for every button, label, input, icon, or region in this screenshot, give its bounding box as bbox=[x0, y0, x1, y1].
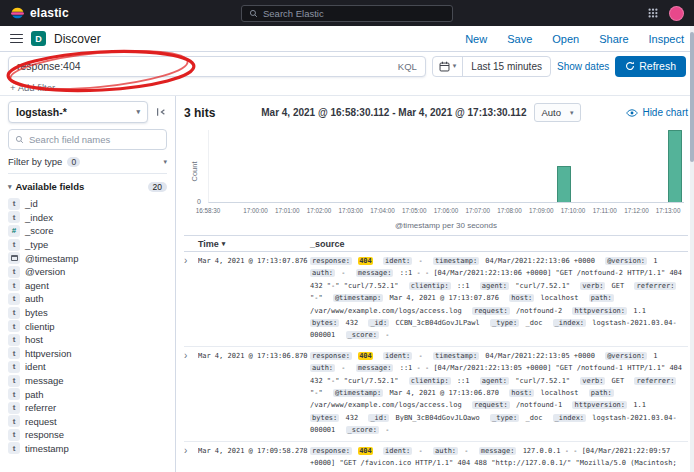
y-axis-tick: 0 bbox=[197, 198, 201, 205]
x-tick-label: 17:10:00 bbox=[561, 207, 586, 214]
scrollbar[interactable] bbox=[690, 26, 694, 472]
nav-link-save[interactable]: Save bbox=[507, 33, 532, 45]
field-item-_index[interactable]: t_index bbox=[8, 211, 167, 225]
available-fields-header[interactable]: ▾ Available fields 20 bbox=[8, 181, 167, 192]
field-key: request: bbox=[472, 307, 510, 315]
nav-link-new[interactable]: New bbox=[465, 33, 487, 45]
refresh-button[interactable]: Refresh bbox=[615, 56, 686, 77]
query-language-button[interactable]: KQL bbox=[398, 61, 417, 72]
apps-icon[interactable] bbox=[647, 7, 659, 19]
field-key: clientip: bbox=[409, 377, 451, 385]
field-name: _score bbox=[25, 225, 54, 236]
field-item-version[interactable]: t@version bbox=[8, 265, 167, 279]
doc-source: response: 404 ident: - auth: - message: … bbox=[310, 445, 688, 472]
field-item-request[interactable]: trequest bbox=[8, 415, 167, 429]
field-value: localhost bbox=[541, 389, 579, 397]
expand-row-icon[interactable]: › bbox=[184, 445, 198, 472]
x-tick-label: 17:00:00 bbox=[243, 207, 268, 214]
field-item-_score[interactable]: #_score bbox=[8, 224, 167, 238]
expand-row-icon[interactable]: › bbox=[184, 350, 198, 437]
field-item-message[interactable]: tmessage bbox=[8, 374, 167, 388]
field-key: response: bbox=[310, 352, 352, 360]
add-filter-button[interactable]: + Add filter bbox=[10, 82, 55, 93]
filter-bar: + Add filter bbox=[0, 80, 694, 96]
x-axis-title: @timestamp per 30 seconds bbox=[208, 221, 684, 230]
field-item-response[interactable]: tresponse bbox=[8, 428, 167, 442]
field-value: - bbox=[341, 269, 345, 277]
available-fields-label: Available fields bbox=[16, 181, 85, 192]
filter-by-type-label: Filter by type bbox=[8, 156, 62, 167]
string-type-icon: t bbox=[8, 320, 20, 332]
histogram-bar[interactable] bbox=[557, 166, 570, 202]
field-name: referrer bbox=[25, 402, 56, 413]
field-item-auth[interactable]: tauth bbox=[8, 292, 167, 306]
string-type-icon: t bbox=[8, 307, 20, 319]
field-search-input[interactable]: Search field names bbox=[8, 129, 167, 150]
menu-icon[interactable] bbox=[10, 34, 23, 44]
global-search-input[interactable]: Search Elastic bbox=[241, 5, 453, 22]
field-item-httpversion[interactable]: thttpversion bbox=[8, 347, 167, 361]
user-avatar[interactable] bbox=[669, 6, 684, 21]
collapse-sidebar-icon[interactable] bbox=[155, 106, 167, 118]
string-type-icon: t bbox=[8, 347, 20, 359]
field-key: @version: bbox=[605, 352, 647, 360]
field-value: - bbox=[385, 331, 389, 339]
show-dates-button[interactable]: Show dates bbox=[557, 61, 609, 72]
field-name: timestamp bbox=[25, 443, 69, 454]
x-tick-label: 17:02:00 bbox=[307, 207, 332, 214]
field-value: 432 bbox=[346, 414, 359, 422]
field-value: - bbox=[419, 352, 423, 360]
nav-link-inspect[interactable]: Inspect bbox=[649, 33, 684, 45]
x-tick-label: 17:11:00 bbox=[593, 207, 617, 214]
interval-select[interactable]: Auto ▾ bbox=[534, 103, 580, 122]
field-item-_type[interactable]: t_type bbox=[8, 238, 167, 252]
filter-count-badge: 0 bbox=[67, 157, 80, 167]
doc-source: response: 404 ident: - timestamp: 04/Mar… bbox=[310, 255, 688, 342]
hide-chart-button[interactable]: Hide chart bbox=[626, 107, 688, 119]
index-pattern-select[interactable]: logstash-* ▾ bbox=[8, 101, 148, 123]
breadcrumb[interactable]: Discover bbox=[54, 32, 101, 46]
field-item-bytes[interactable]: tbytes bbox=[8, 306, 167, 320]
field-key: host: bbox=[509, 389, 534, 397]
field-key: timestamp: bbox=[433, 257, 479, 265]
field-name: _type bbox=[25, 239, 48, 250]
chevron-down-icon: ▾ bbox=[8, 183, 12, 191]
time-column-header[interactable]: Time ▾ bbox=[198, 239, 310, 249]
string-type-icon: t bbox=[8, 361, 20, 373]
table-header: Time ▾ _source bbox=[184, 236, 688, 252]
field-key: response: bbox=[310, 257, 352, 265]
eye-icon bbox=[626, 107, 638, 119]
filter-by-type[interactable]: Filter by type 0 ▾ bbox=[8, 156, 167, 174]
calendar-icon bbox=[439, 61, 450, 72]
query-input[interactable]: response:404 KQL bbox=[8, 56, 426, 77]
field-item-clientip[interactable]: tclientip bbox=[8, 319, 167, 333]
x-tick-label: 17:01:00 bbox=[275, 207, 300, 214]
chevron-down-icon: ▾ bbox=[570, 109, 574, 117]
field-key: ident: bbox=[383, 352, 412, 360]
source-column-header: _source bbox=[310, 239, 688, 249]
calendar-button[interactable]: ▾ bbox=[433, 57, 464, 76]
refresh-label: Refresh bbox=[639, 60, 676, 72]
field-item-path[interactable]: tpath bbox=[8, 387, 167, 401]
nav-link-open[interactable]: Open bbox=[552, 33, 579, 45]
scrollbar-thumb[interactable] bbox=[690, 32, 694, 162]
field-value: 1.1 bbox=[633, 401, 646, 409]
field-key: ident: bbox=[383, 447, 412, 455]
field-item-referrer[interactable]: treferrer bbox=[8, 401, 167, 415]
field-item-_id[interactable]: t_id bbox=[8, 197, 167, 211]
field-item-host[interactable]: thost bbox=[8, 333, 167, 347]
y-axis-label: Count bbox=[190, 162, 199, 182]
field-item-timestamp[interactable]: ttimestamp bbox=[8, 442, 167, 456]
field-key: verb: bbox=[580, 282, 605, 290]
field-key: request: bbox=[472, 401, 510, 409]
field-item-timestamp[interactable]: @timestamp bbox=[8, 251, 167, 265]
histogram-bar[interactable] bbox=[668, 130, 681, 202]
elastic-logo[interactable]: elastic bbox=[10, 6, 69, 21]
expand-row-icon[interactable]: › bbox=[184, 255, 198, 342]
field-item-ident[interactable]: tident bbox=[8, 360, 167, 374]
time-range-button[interactable]: Last 15 minutes bbox=[463, 61, 550, 72]
query-bar: response:404 KQL ▾ Last 15 minutes Show … bbox=[0, 52, 694, 80]
field-item-agent[interactable]: tagent bbox=[8, 279, 167, 293]
field-value: _doc bbox=[526, 414, 543, 422]
nav-link-share[interactable]: Share bbox=[599, 33, 628, 45]
